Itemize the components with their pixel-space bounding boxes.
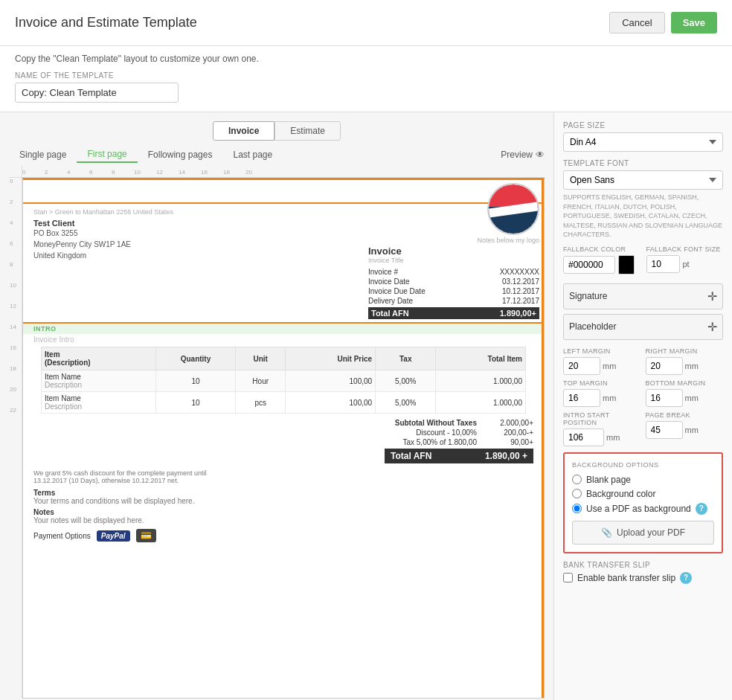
- template-name-input[interactable]: [15, 83, 179, 103]
- field-row-date: Invoice Date 03.12.2017: [368, 277, 539, 286]
- upload-label: Upload your PDF: [617, 527, 685, 538]
- client-name: Test Client: [33, 219, 362, 228]
- invoice-number-label: Invoice #: [368, 268, 398, 276]
- ruler-v-18: 18: [10, 365, 16, 372]
- delivery-value: 17.12.2017: [502, 297, 539, 305]
- page-break-input[interactable]: [646, 421, 683, 439]
- fallback-row: FALLBACK COLOR FALLBACK FONT SIZE pt: [563, 245, 723, 274]
- ruler-v-22: 22: [10, 407, 16, 414]
- preview-area: Invoice Estimate Single page First page …: [0, 112, 553, 700]
- intro-start-label: INTRO START POSITION: [563, 411, 641, 426]
- row1-price: 100,00: [286, 370, 376, 392]
- app-header: Invoice and Estimate Template Cancel Sav…: [0, 0, 732, 46]
- save-button[interactable]: Save: [671, 12, 717, 33]
- ruler-row: 0 2 4 6 8 10 12 14 16 18 20: [9, 166, 545, 178]
- bank-transfer-checkbox[interactable]: [563, 573, 573, 582]
- bg-color-option[interactable]: Background color: [572, 489, 714, 499]
- font-label: TEMPLATE FONT: [563, 159, 723, 167]
- placeholder-button[interactable]: Placeholder ✛: [563, 314, 723, 340]
- placeholder-plus-icon: ✛: [707, 320, 717, 334]
- row1-qty: 10: [155, 370, 236, 392]
- invoice-due-label: Invoice Due Date: [368, 287, 426, 295]
- ruler-h-10: 10: [134, 169, 141, 176]
- right-margin-input[interactable]: [646, 357, 683, 375]
- bank-checkbox-row: Enable bank transfer slip ?: [563, 572, 723, 584]
- total-row-header: Total AFN 1.890,00+: [368, 307, 539, 319]
- page-break-unit: mm: [685, 426, 699, 434]
- fallback-color-input[interactable]: [563, 256, 615, 274]
- invoice-info-block: Invoice Invoice Title Invoice # XXXXXXXX…: [368, 245, 539, 319]
- bg-pdf-help-icon[interactable]: ?: [696, 503, 707, 515]
- invoice-title-sub: Invoice Title: [368, 257, 539, 264]
- left-margin-unit: mm: [603, 362, 616, 370]
- preview-toggle[interactable]: Preview 👁: [501, 150, 545, 160]
- bg-blank-option[interactable]: Blank page: [572, 475, 714, 485]
- client-address: PO Box 3255MoneyPenny City SW1P 1AEUnite…: [33, 228, 362, 261]
- page-tab-single[interactable]: Single page: [9, 147, 77, 162]
- page-tab-following[interactable]: Following pages: [138, 147, 223, 162]
- row2-price: 100,00: [286, 392, 376, 414]
- top-margin-label: TOP MARGIN: [563, 379, 641, 387]
- page-size-select[interactable]: Din A4 A3 Letter Legal: [563, 132, 723, 152]
- ruler-v-20: 20: [10, 386, 16, 393]
- fallback-fontsize-col: FALLBACK FONT SIZE pt: [646, 245, 724, 274]
- right-margin-label: RIGHT MARGIN: [646, 347, 724, 355]
- totals-section: Subtotal Without Taxes 2.000,00+ Discoun…: [23, 414, 544, 468]
- cancel-button[interactable]: Cancel: [609, 12, 664, 33]
- field-row-delivery: Delivery Date 17.12.2017: [368, 296, 539, 306]
- intro-start-input[interactable]: [563, 428, 604, 446]
- bg-pdf-option[interactable]: Use a PDF as background ?: [572, 503, 714, 515]
- notes-label: Notes: [33, 508, 533, 516]
- page-tabs-bar: Single page First page Following pages L…: [9, 147, 545, 163]
- fallback-fontsize-group: pt: [646, 255, 724, 273]
- delivery-label: Delivery Date: [368, 297, 413, 305]
- signature-button[interactable]: Signature ✛: [563, 283, 723, 309]
- signature-plus-icon: ✛: [707, 289, 717, 304]
- row2-tax: 5,00%: [376, 392, 436, 414]
- bg-blank-radio[interactable]: [572, 475, 582, 484]
- preview-eye-icon: 👁: [536, 150, 545, 160]
- bg-pdf-label: Use a PDF as background: [586, 504, 691, 514]
- main-content: Invoice Estimate Single page First page …: [0, 112, 732, 700]
- top-margin-input[interactable]: [563, 389, 600, 407]
- bg-options-label: BACKGROUND OPTIONS: [572, 461, 714, 469]
- row1-item: Item NameDescription: [42, 370, 156, 392]
- canvas-row: 0 2 4 6 8 10 12 14 16 18 20 22: [9, 178, 545, 699]
- fallback-color-swatch[interactable]: [618, 255, 635, 274]
- bg-pdf-radio[interactable]: [572, 504, 582, 513]
- bank-transfer-help-icon[interactable]: ?: [680, 572, 692, 584]
- intro-pagebreak-grid: INTRO START POSITION mm PAGE BREAK mm: [563, 411, 723, 446]
- tab-estimate[interactable]: Estimate: [274, 121, 341, 141]
- payment-label: Payment Options: [33, 532, 91, 540]
- table-row: Item NameDescription 10 Hour 100,00 5,00…: [42, 370, 526, 392]
- ruler-v-14: 14: [10, 324, 16, 330]
- fallback-fontsize-input[interactable]: [646, 255, 680, 273]
- tab-invoice[interactable]: Invoice: [213, 121, 274, 141]
- ruler-h-12: 12: [156, 169, 163, 176]
- grand-total-row: Total AFN 1.890,00 +: [385, 449, 533, 463]
- ruler-v-0: 0: [10, 178, 13, 184]
- page-tab-first[interactable]: First page: [77, 147, 137, 163]
- bank-transfer-label: Enable bank transfer slip: [577, 573, 675, 583]
- row2-unit: pcs: [236, 392, 286, 414]
- left-margin-col: LEFT MARGIN mm: [563, 347, 641, 375]
- page-tab-last[interactable]: Last page: [222, 147, 283, 162]
- invoice-intro: Invoice Intro: [23, 334, 544, 347]
- th-unit: Unit: [236, 347, 286, 370]
- orange-right-border: [542, 180, 544, 698]
- bottom-margin-col: BOTTOM MARGIN mm: [646, 379, 724, 407]
- ruler-h-4: 4: [67, 169, 70, 176]
- tax-label: Tax 5,00% of 1.800,00: [402, 438, 477, 446]
- upload-pdf-button[interactable]: 📎 Upload your PDF: [572, 521, 714, 545]
- ruler-h-14: 14: [179, 169, 185, 176]
- right-panel: PAGE SIZE Din A4 A3 Letter Legal TEMPLAT…: [553, 112, 732, 700]
- th-tax: Tax: [376, 347, 436, 370]
- right-margin-unit: mm: [685, 362, 699, 370]
- page-size-label: PAGE SIZE: [563, 121, 723, 129]
- row1-total: 1.000,00: [436, 370, 526, 392]
- font-select[interactable]: Open Sans Arial Times New Roman: [563, 170, 723, 190]
- bg-color-radio[interactable]: [572, 489, 582, 498]
- bottom-margin-input[interactable]: [646, 389, 683, 407]
- row1-unit: Hour: [236, 370, 286, 392]
- left-margin-input[interactable]: [563, 357, 600, 375]
